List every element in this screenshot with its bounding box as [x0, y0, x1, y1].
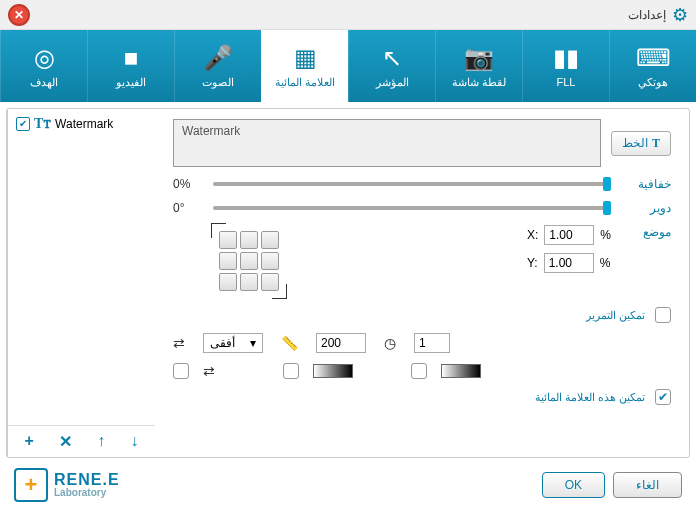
enable-watermark-checkbox[interactable]: ✔ — [655, 389, 671, 405]
enable-watermark-label: تمكين هذه العلامة المائية — [535, 391, 645, 404]
width-input[interactable] — [316, 333, 366, 353]
font-button-label: الخط — [622, 136, 648, 150]
time-input[interactable] — [414, 333, 450, 353]
gradient1-swatch — [313, 364, 353, 378]
gradient2-swatch — [441, 364, 481, 378]
add-watermark-button[interactable]: + — [25, 432, 34, 451]
rotate-slider[interactable] — [213, 206, 611, 210]
pos-tc[interactable] — [240, 231, 258, 249]
loop-icon: ⇄ — [203, 363, 215, 379]
watermark-label: العلامة المائية — [275, 76, 335, 89]
x-label: X: — [527, 228, 538, 242]
logo-sub: Laboratory — [54, 488, 120, 498]
hotkey-label: هوتكي — [638, 76, 668, 89]
target-label: الهدف — [30, 76, 58, 89]
tab-target[interactable]: ◎الهدف — [0, 30, 87, 102]
font-t-icon: T — [652, 136, 660, 151]
tab-fll[interactable]: ▮▮FLL — [522, 30, 609, 102]
fll-label: FLL — [557, 76, 576, 88]
logo-main: RENE.E — [54, 472, 120, 488]
scroll-enable-label: تمكين التمرير — [586, 309, 645, 322]
gradient2-checkbox[interactable] — [411, 363, 427, 379]
pos-br[interactable] — [219, 273, 237, 291]
move-down-button[interactable]: ↓ — [130, 432, 138, 451]
cursor-icon: ↖ — [382, 44, 402, 72]
ruler-icon: 📏 — [281, 335, 298, 351]
ok-button[interactable]: OK — [542, 472, 605, 498]
watermark-list-item[interactable]: ✔ Tᴛ Watermark — [8, 109, 155, 138]
fll-icon: ▮▮ — [553, 44, 579, 72]
watermark-item-checkbox[interactable]: ✔ — [16, 117, 30, 131]
loop-checkbox[interactable] — [173, 363, 189, 379]
tab-video[interactable]: ■الفيديو — [87, 30, 174, 102]
video-label: الفيديو — [116, 76, 146, 89]
audio-icon: 🎤 — [203, 44, 233, 72]
position-grid[interactable] — [213, 225, 285, 297]
clock-icon: ◷ — [384, 335, 396, 351]
rotate-label: دوير — [621, 201, 671, 215]
screenshot-icon: 📷 — [464, 44, 494, 72]
text-type-icon: Tᴛ — [34, 115, 51, 132]
tab-watermark[interactable]: ▦العلامة المائية — [261, 30, 348, 102]
percent-y: % — [600, 256, 611, 270]
audio-label: الصوت — [202, 76, 234, 89]
pos-bl[interactable] — [261, 273, 279, 291]
position-label: موضع — [621, 225, 671, 239]
move-up-button[interactable]: ↑ — [97, 432, 105, 451]
logo-plus-icon: + — [14, 468, 48, 502]
font-button[interactable]: T الخط — [611, 131, 671, 156]
cursor-label: المؤشر — [376, 76, 409, 89]
remove-watermark-button[interactable]: ✕ — [59, 432, 72, 451]
screenshot-label: لقطة شاشة — [452, 76, 506, 89]
opacity-label: خفافية — [621, 177, 671, 191]
cancel-button[interactable]: الغاء — [613, 472, 682, 498]
rotate-value: 0° — [173, 201, 203, 215]
pos-mc[interactable] — [240, 252, 258, 270]
gear-icon: ⚙ — [672, 4, 688, 26]
hotkey-icon: ⌨ — [636, 44, 671, 72]
pos-tr[interactable] — [219, 231, 237, 249]
pos-mr[interactable] — [219, 252, 237, 270]
x-input[interactable] — [544, 225, 594, 245]
y-input[interactable] — [544, 253, 594, 273]
percent-x: % — [600, 228, 611, 242]
video-icon: ■ — [124, 44, 139, 72]
watermark-icon: ▦ — [294, 44, 317, 72]
tab-audio[interactable]: 🎤الصوت — [174, 30, 261, 102]
y-label: Y: — [527, 256, 538, 270]
watermark-preview: Watermark — [173, 119, 601, 167]
tab-cursor[interactable]: ↖المؤشر — [348, 30, 435, 102]
target-icon: ◎ — [34, 44, 55, 72]
watermark-item-label: Watermark — [55, 117, 113, 131]
close-button[interactable]: ✕ — [8, 4, 30, 26]
gradient1-checkbox[interactable] — [283, 363, 299, 379]
direction-select[interactable]: أفقى▾ — [203, 333, 263, 353]
opacity-value: 0% — [173, 177, 203, 191]
brand-logo: + RENE.E Laboratory — [14, 468, 120, 502]
window-title: إعدادات — [30, 8, 666, 22]
opacity-slider[interactable] — [213, 182, 611, 186]
pos-ml[interactable] — [261, 252, 279, 270]
scroll-enable-checkbox[interactable] — [655, 307, 671, 323]
tab-screenshot[interactable]: 📷لقطة شاشة — [435, 30, 522, 102]
direction-icon: ⇄ — [173, 335, 185, 351]
pos-tl[interactable] — [261, 231, 279, 249]
pos-bc[interactable] — [240, 273, 258, 291]
tab-hotkey[interactable]: ⌨هوتكي — [609, 30, 696, 102]
